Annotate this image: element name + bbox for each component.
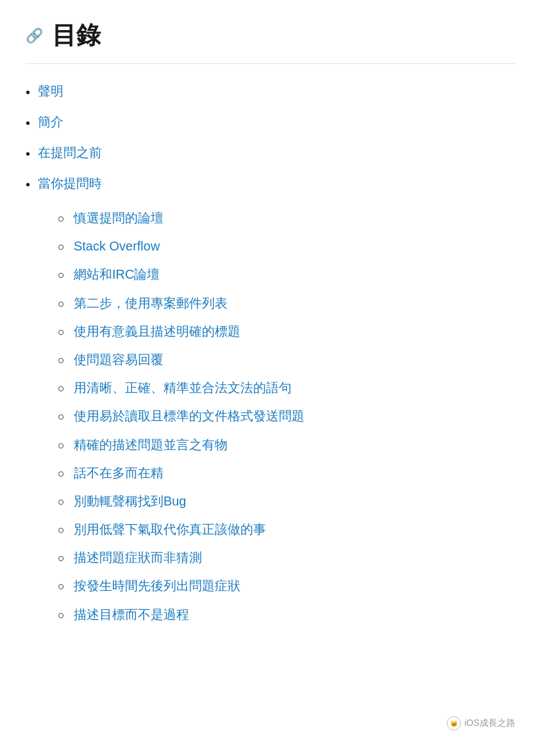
toc-link-sub-10[interactable]: 話不在多而在精 bbox=[74, 464, 163, 482]
toc-link-when-asking[interactable]: 當你提問時 bbox=[38, 174, 102, 192]
toc-link-sub-12[interactable]: 別用低聲下氣取代你真正該做的事 bbox=[74, 520, 266, 538]
toc-link-sub-9[interactable]: 精確的描述問題並言之有物 bbox=[74, 436, 228, 454]
list-item: • 在提問之前 bbox=[26, 144, 515, 163]
toc-link-sub-7[interactable]: 用清晰、正確、精準並合法文法的語句 bbox=[74, 379, 292, 397]
toc-link-jianjie[interactable]: 簡介 bbox=[38, 113, 63, 131]
toc-link-sub-1[interactable]: 慎選提問的論壇 bbox=[74, 209, 163, 227]
toc-link-sub-3[interactable]: 網站和IRC論壇 bbox=[74, 265, 160, 283]
sub-bullet-icon: ○ bbox=[58, 296, 65, 312]
list-item: ○ 別用低聲下氣取代你真正該做的事 bbox=[58, 520, 304, 538]
toc-link-stackoverflow[interactable]: Stack Overflow bbox=[74, 237, 160, 255]
toc-link-sub-8[interactable]: 使用易於讀取且標準的文件格式發送問題 bbox=[74, 407, 304, 425]
toc-link-sub-11[interactable]: 別動輒聲稱找到Bug bbox=[74, 492, 187, 510]
sub-bullet-icon: ○ bbox=[58, 438, 65, 454]
watermark-icon: 🐱 bbox=[447, 716, 461, 730]
list-item: ○ 使問題容易回覆 bbox=[58, 350, 304, 368]
sub-bullet-icon: ○ bbox=[58, 211, 65, 227]
sub-bullet-icon: ○ bbox=[58, 409, 65, 425]
list-item: ○ 描述問題症狀而非猜測 bbox=[58, 548, 304, 566]
toc-link-sub-15[interactable]: 描述目標而不是過程 bbox=[74, 605, 189, 623]
bullet-icon: • bbox=[26, 114, 30, 132]
list-item: ○ Stack Overflow bbox=[58, 237, 304, 255]
list-item: ○ 網站和IRC論壇 bbox=[58, 265, 304, 283]
bullet-icon: • bbox=[26, 145, 30, 163]
sub-bullet-icon: ○ bbox=[58, 267, 65, 283]
toc-list: • 聲明 • 簡介 • 在提問之前 • 當你提問時 ○ 慎選提問的論壇 ○ St… bbox=[26, 82, 515, 634]
toc-link-sub-13[interactable]: 描述問題症狀而非猜測 bbox=[74, 548, 202, 566]
list-item: ○ 慎選提問的論壇 bbox=[58, 209, 304, 227]
sub-bullet-icon: ○ bbox=[58, 352, 65, 368]
link-icon: 🔗 bbox=[26, 28, 43, 44]
bullet-icon: • bbox=[26, 176, 30, 193]
list-item: ○ 別動輒聲稱找到Bug bbox=[58, 492, 304, 510]
list-item: • 簡介 bbox=[26, 113, 515, 132]
list-item: • 聲明 bbox=[26, 82, 515, 101]
sub-bullet-icon: ○ bbox=[58, 579, 65, 595]
sub-bullet-icon: ○ bbox=[58, 522, 65, 538]
header-divider bbox=[26, 63, 515, 64]
list-item: ○ 描述目標而不是過程 bbox=[58, 605, 304, 623]
watermark-text: iOS成長之路 bbox=[465, 718, 515, 729]
list-item: ○ 用清晰、正確、精準並合法文法的語句 bbox=[58, 379, 304, 397]
sub-list: ○ 慎選提問的論壇 ○ Stack Overflow ○ 網站和IRC論壇 ○ … bbox=[58, 209, 304, 634]
list-item: ○ 話不在多而在精 bbox=[58, 464, 304, 482]
watermark: 🐱 iOS成長之路 bbox=[447, 716, 515, 730]
list-item: ○ 精確的描述問題並言之有物 bbox=[58, 436, 304, 454]
top-item: • 當你提問時 bbox=[26, 174, 102, 193]
sub-bullet-icon: ○ bbox=[58, 381, 65, 397]
list-item: ○ 按發生時間先後列出問題症狀 bbox=[58, 577, 304, 595]
toc-link-sub-5[interactable]: 使用有意義且描述明確的標題 bbox=[74, 322, 240, 340]
list-item: ○ 第二步，使用專案郵件列表 bbox=[58, 294, 304, 312]
toc-link-sub-6[interactable]: 使問題容易回覆 bbox=[74, 350, 163, 368]
toc-link-sub-14[interactable]: 按發生時間先後列出問題症狀 bbox=[74, 577, 240, 595]
sub-bullet-icon: ○ bbox=[58, 466, 65, 482]
list-item: ○ 使用易於讀取且標準的文件格式發送問題 bbox=[58, 407, 304, 425]
list-item: ○ 使用有意義且描述明確的標題 bbox=[58, 322, 304, 340]
bullet-icon: • bbox=[26, 83, 30, 101]
page-header: 🔗 目錄 bbox=[26, 19, 515, 52]
page-title: 目錄 bbox=[52, 19, 101, 52]
sub-bullet-icon: ○ bbox=[58, 550, 65, 566]
sub-bullet-icon: ○ bbox=[58, 324, 65, 340]
sub-bullet-icon: ○ bbox=[58, 494, 65, 510]
toc-link-before[interactable]: 在提問之前 bbox=[38, 144, 102, 161]
sub-bullet-icon: ○ bbox=[58, 239, 65, 255]
list-item-with-sub: • 當你提問時 ○ 慎選提問的論壇 ○ Stack Overflow ○ 網站和… bbox=[26, 174, 515, 634]
toc-link-sub-4[interactable]: 第二步，使用專案郵件列表 bbox=[74, 294, 228, 312]
sub-bullet-icon: ○ bbox=[58, 607, 65, 623]
toc-link-shengming[interactable]: 聲明 bbox=[38, 82, 63, 100]
